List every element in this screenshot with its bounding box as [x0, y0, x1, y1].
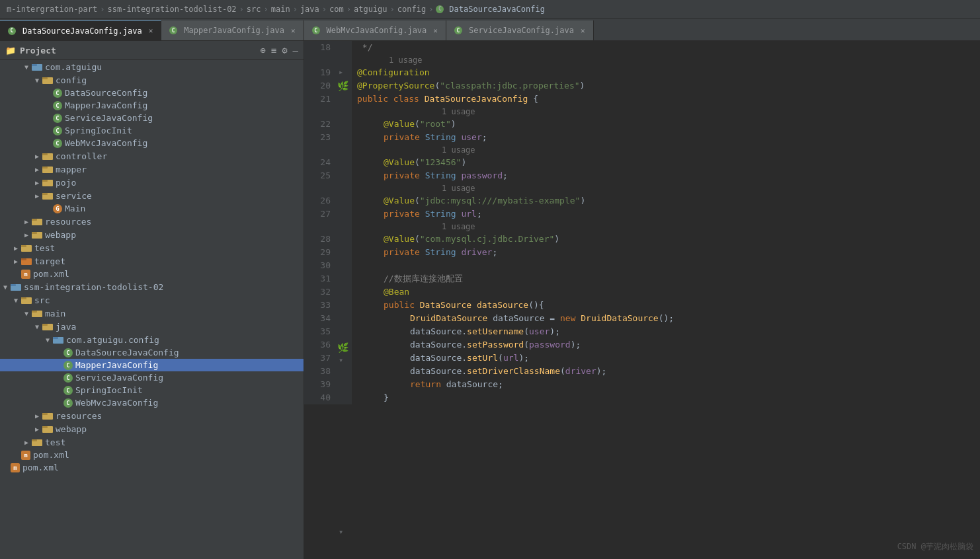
sidebar-item-springiocinit-1[interactable]: C SpringIocInit [0, 124, 304, 137]
sidebar-item-com-atguigu-config[interactable]: ▼ com.atguigu.config [0, 333, 304, 346]
svg-rect-17 [21, 245, 26, 247]
sidebar-item-datasourcejavaconfig[interactable]: C DataSourceJavaConfig [0, 346, 304, 359]
sidebar-item-webapp-2[interactable]: ▶ webapp [0, 422, 304, 435]
sidebar-item-main[interactable]: G Main [0, 202, 304, 215]
line-num-usage [309, 221, 331, 233]
tab-mapper[interactable]: C MapperJavaConfig.java ✕ [161, 20, 304, 40]
tab-icon-webmvc: C [312, 26, 320, 34]
breadcrumb-item[interactable]: src [247, 5, 261, 14]
bean-gutter-icon-32[interactable]: 🌿 [337, 342, 348, 353]
tree-arrow: ▶ [32, 426, 42, 433]
code-line-37: dataSource.setUrl(url); [357, 352, 980, 365]
svg-rect-1 [32, 64, 37, 66]
file-dot-green: C [63, 386, 73, 395]
sidebar-item-pojo[interactable]: ▶ pojo [0, 176, 304, 189]
tab-close-webmvc[interactable]: ✕ [433, 26, 438, 35]
sidebar-item-datasourceconfig[interactable]: C DataSourceConfig [0, 87, 304, 99]
tab-label-service: ServiceJavaConfig.java [469, 26, 574, 35]
sidebar-item-java[interactable]: ▼ java [0, 320, 304, 333]
collapse-icon[interactable]: ≡ [271, 45, 276, 56]
bean-gutter-icon[interactable]: 🌿 [337, 81, 348, 91]
tree-arrow: ▶ [21, 439, 32, 446]
sidebar-item-src[interactable]: ▼ src [0, 293, 304, 307]
tab-label-datasource: DataSourceJavaConfig.java [22, 26, 142, 36]
sidebar-item-com-atguigu[interactable]: ▼ com.atguigu [0, 60, 304, 73]
tab-service[interactable]: C ServiceJavaConfig.java ✕ [446, 20, 594, 40]
sidebar-label: config [56, 75, 87, 85]
sidebar-item-pom2[interactable]: m pom.xml [0, 449, 304, 461]
sidebar-item-webmvcjavaconfig-2[interactable]: C WebMvcJavaConfig [0, 396, 304, 409]
breadcrumb-active: DataSourceJavaConfig [449, 5, 545, 14]
svg-rect-27 [42, 324, 48, 326]
sidebar-item-servicejavaconfig-1[interactable]: C ServiceJavaConfig [0, 112, 304, 124]
sidebar-item-service[interactable]: ▶ service [0, 189, 304, 202]
sidebar-item-resources-1[interactable]: ▶ resources [0, 215, 304, 228]
line-num: 31 [309, 272, 331, 285]
sidebar-item-test-2[interactable]: ▶ test [0, 435, 304, 449]
sidebar-item-mapperjavaconfig-selected[interactable]: C MapperJavaConfig [0, 359, 304, 371]
tab-close-datasource[interactable]: ✕ [149, 26, 153, 35]
breadcrumb-item[interactable]: java [300, 5, 319, 14]
code-line-24: @Value("123456") [357, 156, 980, 169]
code-line-26: @Value("jdbc:mysql:///mybatis-example") [357, 194, 980, 207]
sidebar-label: SpringIocInit [75, 385, 143, 395]
sidebar-item-ssm-root[interactable]: ▼ ssm-integration-todolist-02 [0, 280, 304, 293]
svg-rect-15 [32, 232, 37, 234]
tab-webmvc[interactable]: C WebMvcJavaConfig.java ✕ [304, 20, 446, 40]
folder-icon [42, 151, 53, 161]
breadcrumb-sep: › [390, 5, 395, 14]
line-numbers: 18 19 20 21 22 23 24 25 26 27 28 29 30 3… [304, 41, 336, 404]
fold-icon-40[interactable]: ▾ [339, 527, 343, 537]
code-line-30 [357, 259, 980, 272]
sidebar-item-target[interactable]: ▶ target [0, 254, 304, 268]
folder-icon [42, 410, 53, 421]
tab-close-mapper[interactable]: ✕ [291, 26, 296, 35]
usage-hint-3: 1 usage [357, 144, 980, 156]
sidebar-item-test-1[interactable]: ▶ test [0, 241, 304, 254]
sidebar-item-config[interactable]: ▼ config [0, 73, 304, 87]
sidebar-label: main [45, 309, 65, 318]
sidebar-label: com.atguigu.config [66, 335, 159, 345]
breadcrumb-item[interactable]: com [329, 5, 344, 14]
breadcrumb-item[interactable]: config [397, 5, 426, 14]
sidebar-item-pom1[interactable]: m pom.xml [0, 268, 304, 280]
line-num: 19 [309, 66, 331, 79]
breadcrumb-sep: › [239, 5, 244, 14]
code-line-18: */ [357, 41, 980, 54]
line-num: 34 [309, 312, 331, 325]
settings-icon[interactable]: ⚙ [282, 45, 287, 56]
folder-icon [32, 61, 42, 72]
sidebar-item-pom3[interactable]: m pom.xml [0, 461, 304, 474]
code-line-31: //数据库连接池配置 [357, 272, 980, 285]
sidebar-item-controller[interactable]: ▶ controller [0, 149, 304, 163]
sidebar-item-main-folder[interactable]: ▼ main [0, 307, 304, 320]
tab-close-service[interactable]: ✕ [581, 26, 585, 35]
locate-icon[interactable]: ⊕ [260, 45, 265, 56]
svg-rect-29 [53, 337, 58, 339]
code-line-40: } [357, 391, 980, 404]
sidebar-item-webapp-1[interactable]: ▶ webapp [0, 228, 304, 241]
sidebar-item-mapper[interactable]: ▶ mapper [0, 163, 304, 176]
sidebar-label: target [34, 256, 65, 266]
breadcrumb-item[interactable]: ssm-integration-todolist-02 [108, 5, 237, 14]
sidebar-item-webmvcjavaconfig-1[interactable]: C WebMvcJavaConfig [0, 137, 304, 149]
sidebar-label: test [45, 437, 65, 447]
line-num: 35 [309, 325, 331, 338]
tab-datasource[interactable]: C DataSourceJavaConfig.java ✕ [0, 20, 161, 40]
breadcrumb-item[interactable]: atguigu [354, 5, 388, 14]
sidebar-item-servicejavaconfig-2[interactable]: C ServiceJavaConfig [0, 371, 304, 384]
sidebar-item-springiocinit-2[interactable]: C SpringIocInit [0, 384, 304, 396]
sidebar-item-mapperjavaconfig-1[interactable]: C MapperJavaConfig [0, 99, 304, 112]
gutter: 🌿 ▸ 🌿 ▾ ▾ [336, 41, 352, 404]
fold-icon-19[interactable]: ▸ [339, 67, 343, 77]
fold-icon-33[interactable]: ▾ [339, 355, 343, 365]
sidebar-label: src [34, 295, 50, 305]
sidebar-item-resources-2[interactable]: ▶ resources [0, 409, 304, 422]
svg-rect-35 [32, 439, 37, 441]
minimize-icon[interactable]: — [293, 45, 298, 56]
svg-rect-9 [42, 180, 48, 182]
tree-arrow: ▼ [32, 77, 42, 84]
breadcrumb-item[interactable]: main [271, 5, 290, 14]
sidebar-label: java [56, 322, 76, 332]
breadcrumb-item[interactable]: m-intergration-part [7, 5, 97, 14]
